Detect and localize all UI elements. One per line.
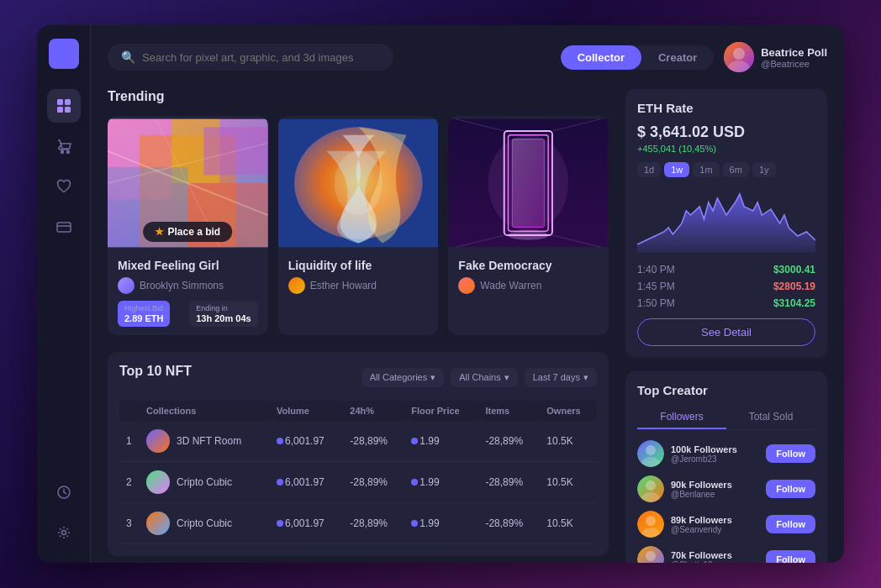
tab-creator[interactable]: Creator bbox=[641, 45, 714, 70]
svg-point-4 bbox=[61, 151, 63, 154]
search-input[interactable] bbox=[142, 51, 380, 64]
price-time-2: 1:45 PM bbox=[637, 281, 675, 292]
creator-item: 70k Followers @Shetty12 Follow bbox=[637, 546, 815, 563]
eth-dot bbox=[277, 438, 283, 444]
avatar bbox=[724, 42, 754, 72]
follow-button[interactable]: Follow bbox=[766, 550, 815, 563]
tab-group: Collector Creator bbox=[561, 45, 715, 70]
trending-title: Trending bbox=[108, 89, 609, 104]
time-tab-6m[interactable]: 6m bbox=[723, 162, 749, 177]
row-items: -28,89% bbox=[478, 421, 540, 462]
col-head-owners: Owners bbox=[540, 401, 597, 421]
svg-point-41 bbox=[646, 480, 656, 491]
row-floor-price: 1.99 bbox=[404, 421, 478, 462]
price-time-1: 1:40 PM bbox=[637, 264, 675, 276]
row-collection: Cripto Cubic bbox=[140, 462, 270, 503]
creator-details: 100k Followers @Jeromb23 bbox=[671, 444, 759, 464]
nft-card-3[interactable]: Fake Democracy Wade Warren bbox=[448, 116, 609, 335]
col-head-items: Items bbox=[478, 401, 540, 421]
sidebar-icon-settings[interactable] bbox=[47, 516, 81, 549]
svg-rect-6 bbox=[57, 223, 71, 232]
table-row[interactable]: 1 3D NFT Room 6,001.97 -28,89% 1.99 -28,… bbox=[119, 421, 597, 462]
time-tab-1y[interactable]: 1y bbox=[752, 162, 776, 177]
eth-chart bbox=[637, 186, 815, 253]
eth-dot bbox=[277, 520, 283, 527]
price-row-3: 1:50 PM $3104.25 bbox=[637, 295, 815, 312]
content-grid: Trending bbox=[108, 89, 827, 563]
svg-point-36 bbox=[488, 135, 568, 231]
nft-art-3 bbox=[448, 116, 609, 250]
sidebar-icon-dashboard[interactable] bbox=[47, 89, 81, 123]
collection-avatar bbox=[146, 429, 170, 453]
creator-tab-followers[interactable]: Followers bbox=[637, 406, 726, 429]
creator-followers: 70k Followers bbox=[671, 550, 759, 560]
follow-button[interactable]: Follow bbox=[766, 480, 815, 498]
row-collection: Cripto Cubic bbox=[140, 503, 270, 544]
svg-point-44 bbox=[646, 516, 656, 526]
sidebar-icon-cart[interactable] bbox=[47, 129, 81, 163]
col-head-volume: Volume bbox=[270, 401, 343, 421]
creator-handle: @Jeromb23 bbox=[671, 454, 759, 464]
row-owners: 10.5K bbox=[540, 503, 597, 544]
eth-title: ETH Rate bbox=[637, 101, 815, 115]
bid-badge[interactable]: ★ Place a bid bbox=[143, 222, 232, 242]
top-creator-title: Top Creator bbox=[637, 383, 815, 397]
col-head-num bbox=[119, 401, 140, 421]
sidebar-icon-heart[interactable] bbox=[47, 170, 81, 203]
app-container: 🔍 Collector Creator bbox=[37, 25, 844, 563]
time-tab-1w[interactable]: 1w bbox=[664, 162, 689, 177]
right-panel: ETH Rate $ 3,641.02 USD +455,041 (10,45%… bbox=[625, 89, 827, 563]
filter-chains[interactable]: All Chains ▾ bbox=[451, 368, 518, 387]
creator-avatar-3 bbox=[458, 277, 475, 294]
nft-card-2[interactable]: Liquidity of life Esther Howard bbox=[278, 116, 439, 335]
tab-collector[interactable]: Collector bbox=[561, 45, 641, 70]
creator-avatar-2 bbox=[637, 511, 664, 538]
follow-button[interactable]: Follow bbox=[766, 444, 815, 463]
creator-followers: 89k Followers bbox=[671, 515, 759, 525]
user-text: Beatrice Poll @Beatricee bbox=[761, 46, 827, 69]
nft-art-2 bbox=[278, 116, 439, 250]
eth-dot-2 bbox=[411, 438, 418, 444]
nft-card-1[interactable]: ★ Place a bid Mixed Feeling Girl Brookly… bbox=[108, 116, 268, 335]
sidebar-icon-card[interactable] bbox=[47, 210, 81, 244]
nft-creator-3: Wade Warren bbox=[458, 277, 599, 294]
sidebar bbox=[37, 25, 91, 563]
row-volume: 6,001.97 bbox=[270, 503, 343, 544]
creator-details: 89k Followers @Seanvendy bbox=[671, 515, 759, 534]
table-row[interactable]: 3 Cripto Cubic 6,001.97 -28,89% 1.99 -28… bbox=[119, 503, 597, 544]
col-head-24h: 24h% bbox=[343, 401, 404, 421]
creator-avatar-1 bbox=[637, 475, 664, 502]
svg-point-31 bbox=[509, 230, 549, 239]
time-tab-1m[interactable]: 1m bbox=[693, 162, 719, 177]
collection-avatar bbox=[146, 470, 170, 494]
creator-handle: @Shetty12 bbox=[671, 560, 759, 564]
creator-list: 100k Followers @Jeromb23 Follow 90k Foll… bbox=[637, 440, 815, 563]
eth-dot-2 bbox=[411, 520, 418, 527]
search-bar[interactable]: 🔍 bbox=[108, 44, 393, 71]
svg-rect-1 bbox=[65, 99, 71, 105]
creator-followers: 90k Followers bbox=[671, 480, 759, 490]
creator-details: 70k Followers @Shetty12 bbox=[671, 550, 759, 564]
time-tabs: 1d 1w 1m 6m 1y bbox=[637, 162, 815, 177]
time-tab-1d[interactable]: 1d bbox=[637, 162, 661, 177]
svg-point-10 bbox=[733, 48, 745, 60]
row-items: -28,89% bbox=[478, 503, 540, 544]
table-row[interactable]: 2 Cripto Cubic 6,001.97 -28,89% 1.99 -28… bbox=[119, 462, 597, 503]
creator-item: 100k Followers @Jeromb23 Follow bbox=[637, 440, 815, 467]
sidebar-icon-clock[interactable] bbox=[47, 475, 81, 509]
price-val-2: $2805.19 bbox=[773, 281, 815, 292]
row-change: -28,89% bbox=[343, 421, 404, 462]
price-row-2: 1:45 PM $2805.19 bbox=[637, 278, 815, 295]
row-items: -28,89% bbox=[478, 462, 540, 503]
filter-categories[interactable]: All Categories ▾ bbox=[361, 368, 444, 387]
follow-button[interactable]: Follow bbox=[766, 515, 815, 533]
creator-tab-total-sold[interactable]: Total Sold bbox=[726, 406, 815, 429]
creator-avatar-0 bbox=[637, 440, 664, 467]
table-body: 1 3D NFT Room 6,001.97 -28,89% 1.99 -28,… bbox=[119, 421, 597, 544]
filter-group: All Categories ▾ All Chains ▾ Last 7 day… bbox=[361, 368, 597, 387]
col-head-collections: Collections bbox=[140, 401, 270, 421]
filter-days[interactable]: Last 7 days ▾ bbox=[525, 368, 597, 387]
svg-point-38 bbox=[646, 445, 656, 455]
see-detail-button[interactable]: See Detail bbox=[637, 318, 815, 346]
price-time-3: 1:50 PM bbox=[637, 297, 675, 309]
